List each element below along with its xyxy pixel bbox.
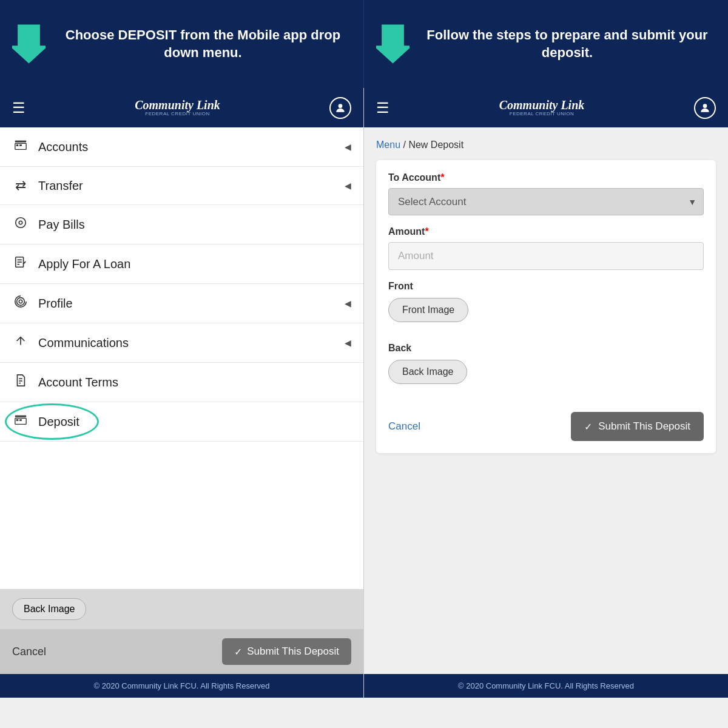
arrow-down-left-icon bbox=[12, 24, 46, 64]
left-profile-icon[interactable] bbox=[329, 97, 351, 119]
sidebar-item-apply-loan[interactable]: Apply For A Loan bbox=[0, 244, 363, 284]
left-cancel-button[interactable]: Cancel bbox=[12, 645, 46, 658]
amount-group: Amount* bbox=[388, 226, 704, 270]
breadcrumb: Menu / New Deposit bbox=[376, 140, 716, 150]
transfer-icon: ⇄ bbox=[12, 178, 29, 194]
svg-point-14 bbox=[17, 298, 25, 306]
back-image-button[interactable]: Back Image bbox=[388, 360, 467, 384]
to-account-group: To Account* Select Account ▼ bbox=[388, 172, 704, 215]
menu-list: Accounts ◀ ⇄ Transfer ◀ Pay Bills bbox=[0, 127, 363, 589]
svg-rect-4 bbox=[15, 143, 26, 149]
right-content: Menu / New Deposit To Account* Select Ac… bbox=[364, 127, 728, 674]
cancel-button[interactable]: Cancel bbox=[388, 420, 420, 433]
amount-label: Amount* bbox=[388, 226, 704, 237]
left-back-image-area: Back Image bbox=[0, 589, 363, 629]
svg-point-7 bbox=[16, 218, 26, 228]
svg-point-8 bbox=[19, 221, 22, 224]
sidebar-item-transfer[interactable]: ⇄ Transfer ◀ bbox=[0, 167, 363, 205]
arrow-down-right-icon bbox=[376, 24, 410, 64]
breadcrumb-menu-link[interactable]: Menu bbox=[376, 140, 400, 150]
front-image-button[interactable]: Front Image bbox=[388, 298, 468, 322]
amount-input[interactable] bbox=[388, 242, 704, 270]
amount-required: * bbox=[425, 226, 428, 237]
profile-label: Profile bbox=[38, 297, 335, 311]
left-footer: © 2020 Community Link FCU. All Rights Re… bbox=[0, 674, 363, 698]
sidebar-item-deposit[interactable]: Deposit bbox=[0, 402, 363, 442]
banner-left: Choose DEPOSIT from the Mobile app drop … bbox=[0, 0, 364, 88]
right-app-header: ☰ Community Link Federal Credit Union bbox=[364, 88, 728, 127]
left-submit-button[interactable]: ✓ Submit This Deposit bbox=[222, 638, 351, 665]
left-logo: Community Link Federal Credit Union bbox=[135, 99, 220, 116]
accounts-icon bbox=[12, 138, 29, 155]
svg-point-22 bbox=[703, 104, 707, 108]
left-form-actions: Cancel ✓ Submit This Deposit bbox=[0, 629, 363, 674]
svg-marker-1 bbox=[376, 24, 410, 63]
sidebar-item-profile[interactable]: Profile ◀ bbox=[0, 284, 363, 323]
to-account-required: * bbox=[440, 172, 444, 183]
svg-rect-3 bbox=[15, 141, 26, 143]
left-app-header: ☰ Community Link Federal Credit Union bbox=[0, 88, 363, 127]
banner-left-text: Choose DEPOSIT from the Mobile app drop … bbox=[55, 27, 351, 61]
sidebar-item-account-terms[interactable]: Account Terms bbox=[0, 363, 363, 402]
banner-right-text: Follow the steps to prepare and submit y… bbox=[419, 27, 716, 61]
right-footer: © 2020 Community Link FCU. All Rights Re… bbox=[364, 674, 728, 698]
svg-rect-5 bbox=[16, 144, 19, 146]
right-logo: Community Link Federal Credit Union bbox=[499, 99, 585, 116]
svg-marker-0 bbox=[12, 24, 46, 63]
svg-point-2 bbox=[339, 104, 343, 108]
top-banner: Choose DEPOSIT from the Mobile app drop … bbox=[0, 0, 728, 88]
pay-bills-label: Pay Bills bbox=[38, 218, 351, 232]
sidebar-item-pay-bills[interactable]: Pay Bills bbox=[0, 205, 363, 244]
sidebar-item-communications[interactable]: Communications ◀ bbox=[0, 323, 363, 363]
submit-deposit-button[interactable]: ✓ Submit This Deposit bbox=[571, 412, 704, 441]
hamburger-icon[interactable]: ☰ bbox=[12, 99, 25, 116]
front-label: Front bbox=[388, 281, 704, 292]
account-terms-label: Account Terms bbox=[38, 376, 351, 389]
deposit-circle-highlight bbox=[5, 403, 99, 440]
left-back-image-button[interactable]: Back Image bbox=[12, 598, 86, 620]
sidebar-item-accounts[interactable]: Accounts ◀ bbox=[0, 127, 363, 167]
svg-rect-6 bbox=[19, 144, 22, 146]
profile-chevron-icon: ◀ bbox=[345, 298, 351, 308]
communications-chevron-icon: ◀ bbox=[345, 338, 351, 348]
transfer-chevron-icon: ◀ bbox=[345, 181, 351, 190]
communications-label: Communications bbox=[38, 336, 335, 350]
accounts-label: Accounts bbox=[38, 140, 335, 154]
pay-bills-icon bbox=[12, 216, 29, 233]
front-image-group: Front Front Image bbox=[388, 281, 704, 332]
select-account-dropdown[interactable]: Select Account bbox=[388, 188, 704, 215]
back-image-group: Back Back Image bbox=[388, 343, 704, 394]
breadcrumb-current: New Deposit bbox=[408, 140, 463, 150]
profile-icon bbox=[12, 295, 29, 312]
apply-loan-label: Apply For A Loan bbox=[38, 257, 351, 271]
right-profile-icon[interactable] bbox=[694, 97, 716, 119]
account-terms-icon bbox=[12, 374, 29, 391]
communications-icon bbox=[12, 334, 29, 351]
select-account-wrapper: Select Account ▼ bbox=[388, 188, 704, 215]
right-panel: ☰ Community Link Federal Credit Union Me… bbox=[364, 88, 728, 698]
right-hamburger-icon[interactable]: ☰ bbox=[376, 99, 389, 116]
main-content: ☰ Community Link Federal Credit Union Ac… bbox=[0, 88, 728, 698]
left-panel: ☰ Community Link Federal Credit Union Ac… bbox=[0, 88, 364, 698]
form-actions: Cancel ✓ Submit This Deposit bbox=[388, 406, 704, 441]
submit-checkmark-icon: ✓ bbox=[584, 421, 592, 433]
back-label: Back bbox=[388, 343, 704, 354]
transfer-label: Transfer bbox=[38, 179, 335, 193]
accounts-chevron-icon: ◀ bbox=[345, 142, 351, 152]
svg-point-13 bbox=[19, 300, 22, 303]
deposit-form-card: To Account* Select Account ▼ Amount* bbox=[376, 160, 716, 453]
apply-loan-icon bbox=[12, 255, 29, 272]
banner-right: Follow the steps to prepare and submit y… bbox=[364, 0, 728, 88]
to-account-label: To Account* bbox=[388, 172, 704, 183]
checkmark-icon: ✓ bbox=[234, 646, 242, 658]
